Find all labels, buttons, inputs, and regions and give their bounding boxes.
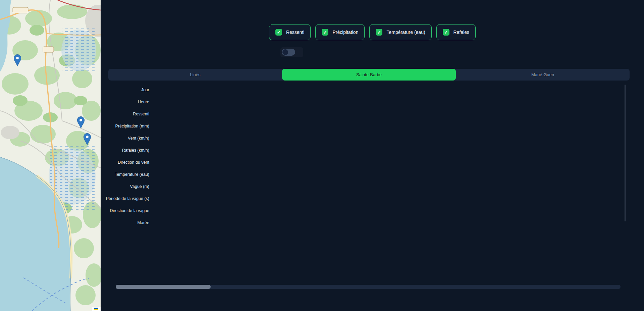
row-label-rafales: Rafales (km/h): [101, 144, 149, 156]
vertical-scrollbar[interactable]: [625, 85, 626, 221]
location-tabs: LinèsSainte-BarbeMané Guen: [108, 69, 630, 81]
row-label-heure: Heure: [101, 96, 149, 108]
row-label-dir_vague: Direction de la vague: [101, 205, 149, 217]
row-label-precipitation: Précipitation (mm): [101, 120, 149, 132]
param-checkbox-1[interactable]: ✓Précipitation: [315, 24, 365, 40]
app: ✓Ressenti✓Précipitation✓Température (eau…: [0, 0, 644, 311]
day-header-1: [153, 84, 183, 96]
scroll-down-button[interactable]: [624, 288, 629, 293]
tab-sainte-barbe[interactable]: Sainte-Barbe: [282, 69, 456, 81]
day-by-day-toggle[interactable]: [282, 49, 295, 56]
day2-sunrise: [485, 88, 487, 93]
param-checkbox-0[interactable]: ✓Ressenti: [269, 24, 311, 40]
param-checkbox-2[interactable]: ✓Température (eau): [369, 24, 431, 40]
row-label-vent: Vent (km/h): [101, 132, 149, 144]
checkbox-checked-icon: ✓: [322, 29, 328, 36]
param-checkbox-label: Ressenti: [286, 30, 304, 35]
param-checkbox-3[interactable]: ✓Rafales: [436, 24, 476, 40]
day1-sunset: [172, 88, 174, 93]
row-label-periode: Période de la vague (s): [101, 193, 149, 205]
tab-lines[interactable]: Linès: [108, 69, 282, 81]
checkbox-checked-icon: ✓: [376, 29, 382, 36]
horizontal-scrollbar-thumb[interactable]: [116, 285, 211, 289]
forecast-panel: ✓Ressenti✓Précipitation✓Température (eau…: [101, 0, 644, 311]
map-container[interactable]: [0, 0, 101, 311]
checkbox-checked-icon: ✓: [275, 29, 282, 36]
row-label-vague: Vague (m): [101, 180, 149, 193]
tab-mane-guen[interactable]: Mané Guen: [456, 69, 630, 81]
parameter-checkboxes: ✓Ressenti✓Précipitation✓Température (eau…: [101, 24, 644, 40]
param-checkbox-label: Rafales: [453, 30, 469, 35]
scroll-left-button[interactable]: [109, 283, 114, 289]
checkbox-checked-icon: ✓: [443, 29, 449, 36]
ukraine-flag-icon: [94, 308, 98, 310]
horizontal-scrollbar-track[interactable]: [116, 285, 621, 289]
day-by-day-toggle-row: [280, 47, 303, 57]
map-canvas: [0, 0, 101, 311]
row-label-jour: Jour: [101, 84, 149, 96]
row-label-temp_eau: Température (eau): [101, 168, 149, 180]
row-label-maree: Marée: [101, 217, 149, 229]
param-checkbox-label: Précipitation: [332, 30, 358, 35]
param-checkbox-label: Température (eau): [386, 30, 425, 35]
toggle-knob-icon: [282, 49, 288, 55]
day1-sunrise: [162, 88, 164, 93]
road-badge-d194: [13, 7, 28, 13]
road-badge-d9: [43, 47, 54, 52]
row-label-dir_vent: Direction du vent: [101, 156, 149, 168]
day-header-2: [477, 84, 506, 96]
row-label-ressenti: Ressenti: [101, 108, 149, 120]
day2-sunset: [496, 88, 497, 93]
map-attribution: [92, 307, 101, 311]
